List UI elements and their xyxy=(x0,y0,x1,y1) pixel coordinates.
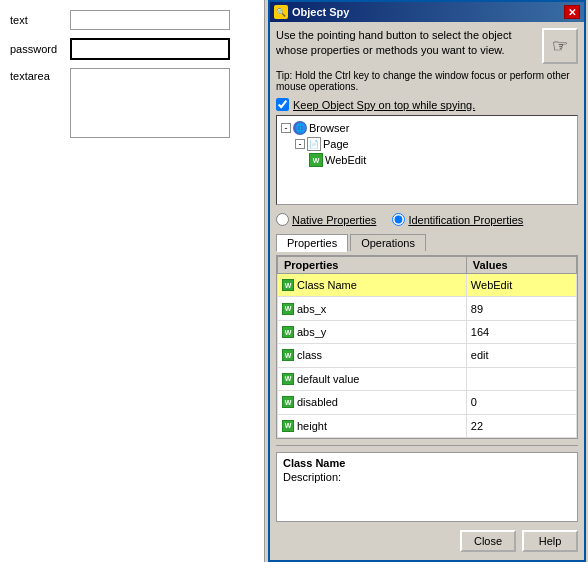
value-cell: 22 xyxy=(466,414,576,437)
spy-desc-section: Class Name Description: xyxy=(276,452,578,522)
password-field-row: password xyxy=(10,38,254,60)
tree-label-browser: Browser xyxy=(309,122,349,134)
password-label: password xyxy=(10,43,70,55)
property-name: disabled xyxy=(297,396,338,408)
spy-top-section: Use the pointing hand button to select t… xyxy=(276,28,578,64)
spy-title-text: Object Spy xyxy=(292,6,349,18)
webedit-icon: W xyxy=(309,153,323,167)
property-cell: Wclass xyxy=(278,344,467,367)
row-icon: W xyxy=(282,326,294,338)
property-cell: Wabs_x xyxy=(278,297,467,320)
tree-label-page: Page xyxy=(323,138,349,150)
table-row-wrapper: Properties Values WClass NameWebEditWabs… xyxy=(277,256,577,438)
identification-properties-radio[interactable] xyxy=(392,213,405,226)
tree-expand-browser[interactable]: - xyxy=(281,123,291,133)
spy-desc-title: Class Name xyxy=(283,457,571,469)
textarea-label: textarea xyxy=(10,68,70,82)
value-cell xyxy=(466,367,576,390)
row-icon: W xyxy=(282,396,294,408)
spy-tree[interactable]: - 🌐 Browser - 📄 Page W WebEdit xyxy=(276,115,578,205)
property-cell: Wabs_y xyxy=(278,320,467,343)
property-cell: Wheight xyxy=(278,414,467,437)
col-header-values: Values xyxy=(466,257,576,274)
keep-on-top-row: Keep Object Spy on top while spying. xyxy=(276,98,578,111)
text-input[interactable] xyxy=(70,10,230,30)
page-icon: 📄 xyxy=(307,137,321,151)
identification-properties-radio-label[interactable]: Identification Properties xyxy=(392,213,523,226)
tree-expand-page[interactable]: - xyxy=(295,139,305,149)
value-cell: 89 xyxy=(466,297,576,320)
spy-titlebar-left: 🔍 Object Spy xyxy=(274,5,349,19)
value-cell: 0 xyxy=(466,391,576,414)
password-input[interactable] xyxy=(70,38,230,60)
spy-tabs: Properties Operations xyxy=(276,234,578,251)
tab-properties[interactable]: Properties xyxy=(276,234,348,252)
close-button[interactable]: Close xyxy=(460,530,516,552)
spy-title-icon: 🔍 xyxy=(274,5,288,19)
table-row[interactable]: WClass NameWebEdit xyxy=(278,274,577,297)
textarea-input[interactable] xyxy=(70,68,230,138)
value-cell: WebEdit xyxy=(466,274,576,297)
spy-bottom-buttons: Close Help xyxy=(276,526,578,554)
text-label: text xyxy=(10,14,70,26)
tree-item-browser[interactable]: - 🌐 Browser xyxy=(281,120,573,136)
property-name: default value xyxy=(297,373,359,385)
row-icon: W xyxy=(282,279,294,291)
table-row[interactable]: Wabs_y164 xyxy=(278,320,577,343)
col-header-properties: Properties xyxy=(278,257,467,274)
hand-pointer-button[interactable]: ☞ xyxy=(542,28,578,64)
textarea-field-row: textarea xyxy=(10,68,254,138)
help-button[interactable]: Help xyxy=(522,530,578,552)
property-name: height xyxy=(297,420,327,432)
property-cell: Wdefault value xyxy=(278,367,467,390)
spy-radio-row: Native Properties Identification Propert… xyxy=(276,209,578,230)
table-row[interactable]: Wheight22 xyxy=(278,414,577,437)
property-name: class xyxy=(297,349,322,361)
identification-properties-label: Identification Properties xyxy=(408,214,523,226)
tree-item-webedit[interactable]: W WebEdit xyxy=(281,152,573,168)
tree-item-page[interactable]: - 📄 Page xyxy=(281,136,573,152)
table-row[interactable]: Wdefault value xyxy=(278,367,577,390)
spy-close-button[interactable]: ✕ xyxy=(564,5,580,19)
row-icon: W xyxy=(282,420,294,432)
table-row[interactable]: Wdisabled0 xyxy=(278,391,577,414)
spy-properties-table: Properties Values WClass NameWebEditWabs… xyxy=(277,256,577,438)
keep-on-top-checkbox[interactable] xyxy=(276,98,289,111)
property-cell: Wdisabled xyxy=(278,391,467,414)
value-cell: edit xyxy=(466,344,576,367)
native-properties-radio-label[interactable]: Native Properties xyxy=(276,213,376,226)
browser-icon: 🌐 xyxy=(293,121,307,135)
spy-tip: Tip: Hold the Ctrl key to change the win… xyxy=(276,70,578,92)
tree-label-webedit: WebEdit xyxy=(325,154,366,166)
spy-body: Use the pointing hand button to select t… xyxy=(270,22,584,560)
spy-table-container: Properties Values WClass NameWebEditWabs… xyxy=(276,255,578,439)
row-icon: W xyxy=(282,349,294,361)
property-name: abs_y xyxy=(297,326,326,338)
text-field-row: text xyxy=(10,10,254,30)
native-properties-label: Native Properties xyxy=(292,214,376,226)
divider xyxy=(276,445,578,446)
row-icon: W xyxy=(282,373,294,385)
table-row[interactable]: Wclassedit xyxy=(278,344,577,367)
spy-desc-label: Description: xyxy=(283,471,571,483)
row-icon: W xyxy=(282,303,294,315)
spy-description-block: Use the pointing hand button to select t… xyxy=(276,28,536,59)
property-cell: WClass Name xyxy=(278,274,467,297)
form-panel: text password textarea xyxy=(0,0,265,562)
table-row[interactable]: Wabs_x89 xyxy=(278,297,577,320)
object-spy-window: 🔍 Object Spy ✕ Use the pointing hand but… xyxy=(268,0,586,562)
value-cell: 164 xyxy=(466,320,576,343)
property-name: abs_x xyxy=(297,303,326,315)
keep-on-top-label: Keep Object Spy on top while spying. xyxy=(293,99,475,111)
property-name: Class Name xyxy=(297,279,357,291)
tab-operations[interactable]: Operations xyxy=(350,234,426,251)
spy-titlebar: 🔍 Object Spy ✕ xyxy=(270,2,584,22)
native-properties-radio[interactable] xyxy=(276,213,289,226)
spy-description-line1: Use the pointing hand button to select t… xyxy=(276,28,536,59)
